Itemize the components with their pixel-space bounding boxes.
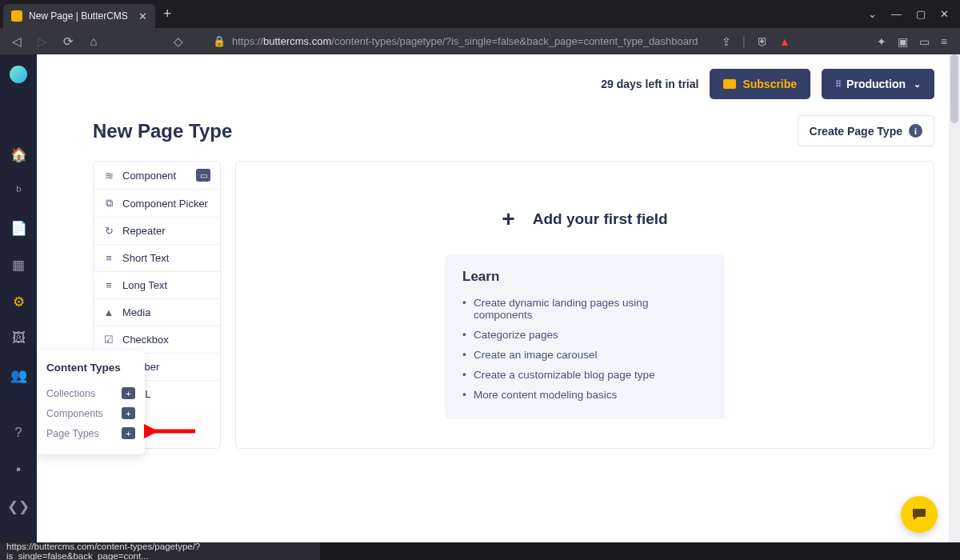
field-icon: ≋ (103, 170, 114, 182)
reload-button[interactable]: ⟳ (61, 34, 75, 49)
schema-canvas[interactable]: + Add your first field Learn Create dyna… (235, 161, 934, 449)
warning-icon[interactable]: ▲ (779, 35, 790, 48)
chat-button[interactable] (901, 496, 938, 533)
extensions-icon[interactable]: ✦ (877, 35, 886, 48)
blog-icon[interactable]: ᵇ (10, 182, 27, 200)
field-label: Media (122, 306, 150, 318)
field-icon: ⧉ (103, 197, 114, 210)
new-tab-button[interactable]: + (163, 6, 172, 22)
field-type-long-text[interactable]: ≡Long Text (94, 272, 220, 299)
panel-icon[interactable]: ▣ (898, 35, 908, 48)
address-bar[interactable]: 🔒 https://buttercms.com/content-types/pa… (197, 35, 710, 47)
home-icon[interactable]: 🏠 (10, 146, 27, 163)
home-button[interactable]: ⌂ (86, 34, 101, 48)
close-tab-icon[interactable]: ✕ (138, 10, 147, 22)
lock-icon: 🔒 (213, 35, 226, 47)
field-action-icon[interactable]: ▭ (196, 169, 210, 182)
field-type-repeater[interactable]: ↻Repeater (94, 218, 220, 245)
chevron-down-icon: ⌄ (914, 79, 921, 90)
flyout-row-collections: Collections+ (46, 383, 135, 403)
environment-dropdown[interactable]: ⠿ Production ⌄ (822, 69, 934, 99)
app-header: 29 days left in trial Subscribe ⠿ Produc… (37, 54, 960, 109)
url-scheme: https:// (232, 35, 263, 47)
content-types-icon[interactable]: ⚙ (10, 293, 27, 310)
forward-button: ▷ (35, 34, 50, 49)
pages-icon[interactable]: 📄 (10, 219, 27, 237)
favicon-icon (11, 10, 22, 22)
help-icon[interactable]: ? (10, 424, 27, 442)
page-title: New Page Type (93, 120, 232, 142)
wallet-icon[interactable]: ▭ (919, 35, 930, 48)
browser-tab[interactable]: New Page | ButterCMS ✕ (3, 4, 155, 28)
add-collections-button[interactable]: + (122, 387, 135, 399)
back-button[interactable]: ◁ (10, 34, 24, 49)
add-components-button[interactable]: + (122, 407, 135, 419)
field-icon: ▲ (103, 306, 114, 318)
media-icon[interactable]: 🖼 (10, 330, 27, 347)
browser-titlebar: New Page | ButterCMS ✕ + ⌄ — ▢ ✕ (0, 0, 960, 28)
browser-toolbar: ◁ ▷ ⟳ ⌂ ◇ 🔒 https://buttercms.com/conten… (0, 28, 960, 54)
content-types-flyout: Content Types Collections+Components+Pag… (37, 350, 145, 454)
chevron-down-icon[interactable]: ⌄ (868, 8, 877, 20)
field-label: Repeater (122, 225, 165, 237)
flyout-row-page-types: Page Types+ (46, 423, 135, 443)
scrollbar[interactable] (949, 54, 960, 542)
flyout-title: Content Types (46, 362, 135, 374)
share-icon[interactable]: ⇪ (722, 35, 731, 48)
field-type-component-picker[interactable]: ⧉Component Picker (94, 190, 220, 218)
status-bar: https://buttercms.com/content-types/page… (0, 542, 320, 560)
tab-title: New Page | ButterCMS (29, 10, 132, 22)
window-controls: ⌄ — ▢ ✕ (868, 8, 957, 20)
app-sidenav: 🏠 ᵇ 📄 ▦ ⚙ 🖼 👥 ? ▪ ❮❯ (0, 54, 37, 542)
learn-panel: Learn Create dynamic landing pages using… (445, 254, 725, 419)
menu-icon[interactable]: ≡ (941, 35, 947, 48)
maximize-icon[interactable]: ▢ (916, 8, 926, 20)
docs-icon[interactable]: ▪ (10, 461, 27, 478)
grid-icon[interactable]: ▦ (10, 256, 27, 274)
shield-icon[interactable]: ⛨ (757, 35, 768, 48)
learn-link[interactable]: Create a customizable blog page type (462, 365, 707, 385)
chat-icon (910, 506, 928, 522)
app-viewport: 🏠 ᵇ 📄 ▦ ⚙ 🖼 👥 ? ▪ ❮❯ 29 days left in tri… (0, 54, 960, 542)
status-url: https://buttercms.com/content-types/page… (6, 542, 314, 560)
app-main: 29 days left in trial Subscribe ⠿ Produc… (37, 54, 960, 542)
field-type-checkbox[interactable]: ☑Checkbox (94, 326, 220, 354)
flyout-label[interactable]: Components (46, 408, 103, 419)
close-window-icon[interactable]: ✕ (940, 8, 949, 20)
avatar-icon[interactable] (10, 66, 27, 83)
add-first-field[interactable]: + Add your first field (268, 206, 902, 232)
create-page-type-label: Create Page Type (810, 125, 902, 138)
add-first-label: Add your first field (533, 210, 668, 228)
field-type-short-text[interactable]: ≡Short Text (94, 245, 220, 272)
field-type-media[interactable]: ▲Media (94, 299, 220, 326)
field-type-component[interactable]: ≋Component▭ (94, 162, 220, 190)
url-host: buttercms.com (263, 35, 331, 47)
learn-link[interactable]: Create an image carousel (462, 345, 707, 365)
env-icon: ⠿ (835, 79, 840, 90)
page-header: ‹ New Page Type Create Page Type i (37, 109, 960, 161)
flyout-row-components: Components+ (46, 403, 135, 423)
create-page-type-button[interactable]: Create Page Type i (798, 115, 934, 146)
field-label: Component (122, 170, 176, 182)
learn-link[interactable]: Create dynamic landing pages using compo… (462, 293, 707, 325)
add-page-types-button[interactable]: + (122, 427, 135, 439)
toolbar-right: ⇪ | ⛨ ▲ ✦ ▣ ▭ ≡ (722, 34, 950, 49)
field-label: Component Picker (122, 198, 208, 210)
trial-text: 29 days left in trial (601, 78, 698, 90)
back-arrow-icon[interactable]: ‹ (99, 123, 104, 140)
minimize-icon[interactable]: — (891, 8, 902, 20)
flyout-label[interactable]: Page Types (46, 428, 99, 439)
field-icon: ≡ (103, 279, 114, 291)
editor-columns: ≋Component▭⧉Component Picker↻Repeater≡Sh… (37, 161, 960, 449)
api-icon[interactable]: ❮❯ (10, 498, 27, 515)
users-icon[interactable]: 👥 (10, 366, 27, 384)
field-icon: ≡ (103, 252, 114, 264)
info-icon: i (909, 124, 922, 138)
learn-link[interactable]: More content modeling basics (462, 385, 707, 405)
learn-link[interactable]: Categorize pages (462, 325, 707, 345)
plus-icon: + (502, 206, 514, 232)
field-icon: ↻ (103, 225, 114, 237)
bookmark-icon[interactable]: ◇ (171, 34, 186, 49)
subscribe-button[interactable]: Subscribe (710, 69, 810, 99)
flyout-label[interactable]: Collections (46, 388, 95, 399)
